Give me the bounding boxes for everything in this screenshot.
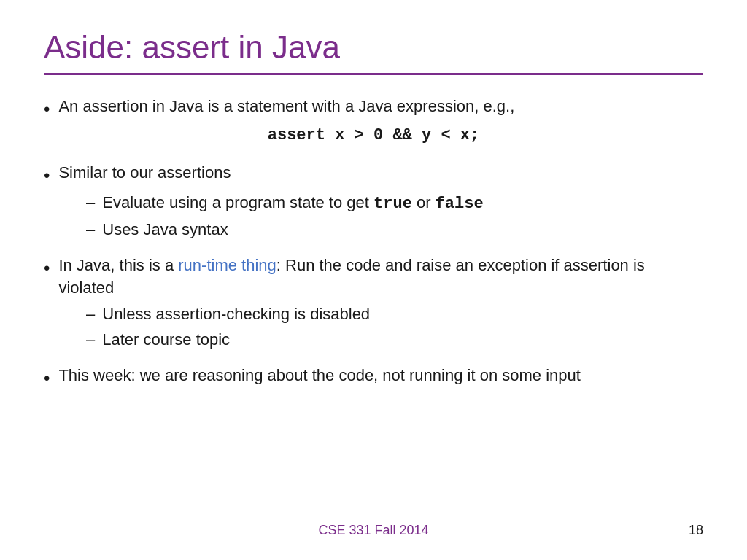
- code-line-1: assert x > 0 && y < x;: [44, 126, 703, 144]
- bullet-text-4: This week: we are reasoning about the co…: [58, 365, 580, 387]
- slide-title: Aside: assert in Java: [44, 29, 703, 66]
- footer-page-number: 18: [689, 523, 703, 538]
- sub-bullet-2-1: – Evaluate using a program state to get …: [86, 192, 703, 216]
- bullet-main-2: • Similar to our assertions: [44, 162, 703, 188]
- sub-text-2-2: Uses Java syntax: [102, 219, 228, 241]
- sub-text-3-2: Later course topic: [102, 329, 230, 351]
- bullet-item-3: • In Java, this is a run-time thing: Run…: [44, 254, 703, 351]
- bullet-item-2: • Similar to our assertions – Evaluate u…: [44, 162, 703, 241]
- bullet-text-1: An assertion in Java is a statement with…: [58, 96, 514, 118]
- sub-bullets-2: – Evaluate using a program state to get …: [86, 192, 703, 241]
- inline-code-false: false: [436, 195, 484, 213]
- bullet-dot-4: •: [44, 366, 50, 391]
- bullet-item-1: • An assertion in Java is a statement wi…: [44, 96, 703, 149]
- sub-bullet-2-2: – Uses Java syntax: [86, 219, 703, 241]
- slide-content: • An assertion in Java is a statement wi…: [44, 96, 703, 516]
- bullet-main-4: • This week: we are reasoning about the …: [44, 365, 703, 391]
- slide-footer: CSE 331 Fall 2014 18: [44, 516, 703, 538]
- sub-dash-3-2: –: [86, 329, 95, 351]
- sub-dash-3-1: –: [86, 303, 95, 326]
- runtime-link[interactable]: run-time thing: [178, 256, 276, 274]
- bullet-text-3: In Java, this is a run-time thing: Run t…: [58, 254, 703, 300]
- bullet-dot-3: •: [44, 256, 50, 281]
- sub-dash-2-2: –: [86, 219, 95, 241]
- sub-bullet-3-1: – Unless assertion-checking is disabled: [86, 303, 703, 326]
- bullet-main-3: • In Java, this is a run-time thing: Run…: [44, 254, 703, 300]
- sub-text-3-1: Unless assertion-checking is disabled: [102, 303, 370, 326]
- slide: Aside: assert in Java • An assertion in …: [0, 0, 747, 560]
- inline-code-true: true: [374, 195, 412, 213]
- title-divider: [44, 73, 703, 75]
- sub-bullets-3: – Unless assertion-checking is disabled …: [86, 303, 703, 351]
- bullet-item-4: • This week: we are reasoning about the …: [44, 365, 703, 391]
- sub-bullet-3-2: – Later course topic: [86, 329, 703, 351]
- bullet-text-2: Similar to our assertions: [58, 162, 231, 184]
- footer-course: CSE 331 Fall 2014: [318, 523, 428, 538]
- bullet-main-1: • An assertion in Java is a statement wi…: [44, 96, 703, 122]
- sub-dash-2-1: –: [86, 192, 95, 214]
- bullet-dot-2: •: [44, 163, 50, 188]
- sub-text-2-1: Evaluate using a program state to get tr…: [102, 192, 483, 216]
- bullet-dot-1: •: [44, 97, 50, 122]
